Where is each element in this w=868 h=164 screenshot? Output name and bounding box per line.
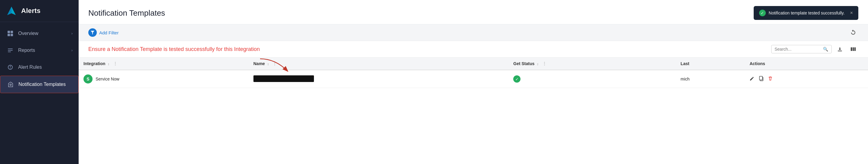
overview-icon <box>6 29 14 38</box>
sidebar-nav: Overview › Reports › Alert Rules Notific… <box>0 22 79 164</box>
svg-rect-15 <box>851 47 852 51</box>
refresh-button[interactable] <box>848 28 858 38</box>
notification-templates-icon <box>6 80 15 89</box>
sidebar-header: Alerts <box>0 0 79 22</box>
svg-point-12 <box>10 84 11 86</box>
cell-integration: S Service Now <box>79 70 249 88</box>
svg-point-11 <box>10 68 10 69</box>
edit-action-icon[interactable] <box>749 76 755 83</box>
search-icon: 🔍 <box>823 47 828 51</box>
svg-rect-3 <box>10 31 13 33</box>
main-header: Notification Templates ✓ Notification te… <box>79 0 868 25</box>
search-input[interactable] <box>775 47 823 51</box>
svg-marker-13 <box>91 31 94 34</box>
svg-rect-16 <box>852 47 854 51</box>
reports-icon <box>6 46 14 54</box>
col-integration: Integration ↕ ⋮ <box>79 57 249 70</box>
notification-templates-table: Integration ↕ ⋮ Name ↕ ⋮ Get Status ↕ ⋮ <box>79 57 868 88</box>
sidebar: Alerts Overview › Reports › Alert Rules <box>0 0 79 164</box>
app-logo <box>6 5 17 16</box>
reports-arrow: › <box>71 48 72 52</box>
integration-name: Service Now <box>96 77 120 81</box>
table-container: Integration ↕ ⋮ Name ↕ ⋮ Get Status ↕ ⋮ <box>79 57 868 164</box>
toast-message: Notification template tested successfull… <box>769 10 845 15</box>
toast-notification: ✓ Notification template tested successfu… <box>754 6 858 20</box>
cell-actions <box>745 70 868 88</box>
sidebar-item-reports[interactable]: Reports › <box>0 42 79 59</box>
last-value: mich <box>681 77 689 81</box>
toast-success-icon: ✓ <box>759 10 766 16</box>
search-box[interactable]: 🔍 <box>771 45 832 53</box>
filter-icon <box>88 28 97 37</box>
svg-rect-14 <box>838 51 842 51</box>
cell-get-status: ✓ <box>508 70 676 88</box>
cell-last: mich <box>676 70 745 88</box>
svg-rect-7 <box>8 50 13 51</box>
overview-arrow: › <box>71 31 72 36</box>
sidebar-item-alert-rules[interactable]: Alert Rules <box>0 59 79 76</box>
svg-rect-6 <box>8 48 13 49</box>
table-header-row: Integration ↕ ⋮ Name ↕ ⋮ Get Status ↕ ⋮ <box>79 57 868 70</box>
warning-right: 🔍 <box>771 44 858 54</box>
table-row: S Service Now ✓ mich <box>79 70 868 88</box>
svg-rect-8 <box>8 51 11 52</box>
status-success-icon: ✓ <box>513 75 521 83</box>
col-actions: Actions <box>745 57 868 70</box>
warning-banner: Ensure a Notification Template is tested… <box>79 41 868 57</box>
svg-rect-5 <box>10 34 13 36</box>
svg-rect-10 <box>10 66 10 68</box>
col-last-label: Last <box>681 61 689 66</box>
col-last: Last <box>676 57 745 70</box>
sidebar-item-label-alert-rules: Alert Rules <box>18 65 42 70</box>
filter-bar: Add Filter <box>79 25 868 41</box>
toast-close-button[interactable]: × <box>850 10 853 16</box>
sidebar-item-label-reports: Reports <box>18 48 35 53</box>
warning-text: Ensure a Notification Template is tested… <box>88 46 260 52</box>
columns-button[interactable] <box>848 44 858 54</box>
svg-rect-19 <box>760 76 763 80</box>
sidebar-item-overview[interactable]: Overview › <box>0 25 79 42</box>
sidebar-item-label-overview: Overview <box>18 31 38 36</box>
copy-action-icon[interactable] <box>758 76 764 83</box>
add-filter-button[interactable]: Add Filter <box>88 28 119 37</box>
sidebar-title: Alerts <box>21 7 40 15</box>
svg-rect-2 <box>7 31 10 33</box>
alert-rules-icon <box>6 63 14 72</box>
integration-avatar: S <box>84 75 93 83</box>
col-get-status: Get Status ↕ ⋮ <box>508 57 676 70</box>
download-button[interactable] <box>835 44 845 54</box>
arrow-annotation <box>257 56 293 74</box>
page-title: Notification Templates <box>88 8 165 18</box>
delete-action-icon[interactable] <box>768 76 773 83</box>
add-filter-label: Add Filter <box>99 30 119 35</box>
main-content: Notification Templates ✓ Notification te… <box>79 0 868 164</box>
col-get-status-sort-icon[interactable]: ↕ <box>537 62 539 66</box>
col-get-status-label: Get Status <box>513 61 534 66</box>
svg-rect-17 <box>855 47 856 51</box>
svg-rect-4 <box>7 34 10 36</box>
sidebar-item-notification-templates[interactable]: Notification Templates <box>0 76 79 93</box>
col-integration-sort-icon[interactable]: ↕ <box>108 62 110 66</box>
name-redacted <box>253 75 314 82</box>
col-actions-label: Actions <box>749 61 765 66</box>
col-integration-label: Integration <box>84 61 105 66</box>
svg-marker-1 <box>7 7 11 15</box>
sidebar-item-label-notification-templates: Notification Templates <box>19 82 66 87</box>
